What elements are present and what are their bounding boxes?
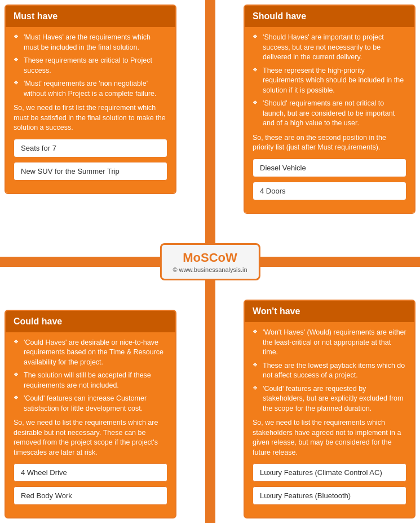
moscow-title: MoSCoW xyxy=(173,250,247,265)
wont-have-summary: So, we need to list the requirements whi… xyxy=(253,418,406,458)
should-have-bullet-2: These represent the high-priority requir… xyxy=(253,66,406,96)
could-have-bullets: 'Could Haves' are desirable or nice-to-h… xyxy=(14,338,167,414)
should-have-bullet-3: 'Should' requirements are not critical t… xyxy=(253,99,406,129)
must-have-item-1: Seats for 7 xyxy=(14,139,167,157)
should-have-item-1: Diesel Vehicle xyxy=(253,159,406,177)
should-have-bullet-1: 'Should Haves' are important to project … xyxy=(253,33,406,63)
should-have-header: Should have xyxy=(245,6,414,27)
must-have-item-2: New SUV for the Summer Trip xyxy=(14,162,167,181)
could-have-panel: Could have 'Could Haves' are desirable o… xyxy=(5,310,176,519)
should-have-body: 'Should Haves' are important to project … xyxy=(245,27,414,213)
must-have-panel: Must have 'Must Haves' are the requireme… xyxy=(5,5,176,194)
must-have-summary: So, we need to first list the requiremen… xyxy=(14,103,167,133)
wont-have-bullets: 'Won't Haves' (Would) requirements are e… xyxy=(253,328,406,414)
could-have-summary: So, we need to list the requirements whi… xyxy=(14,418,167,458)
wont-have-bullet-2: These are the lowest payback items which… xyxy=(253,361,406,381)
could-have-body: 'Could Haves' are desirable or nice-to-h… xyxy=(6,332,175,518)
moscow-diagram: MoSCoW © www.businessanalysis.in Must ha… xyxy=(0,0,420,523)
should-have-summary: So, these are on the second position in … xyxy=(253,133,406,153)
should-have-bullets: 'Should Haves' are important to project … xyxy=(253,33,406,129)
wont-have-header: Won't have xyxy=(245,301,414,322)
must-have-bullet-2: These requirements are critical to Proje… xyxy=(14,56,167,76)
should-have-panel: Should have 'Should Haves' are important… xyxy=(244,5,415,214)
must-have-bullet-3: 'Must' requirements are 'non negotiable'… xyxy=(14,79,167,99)
could-have-item-1: 4 Wheel Drive xyxy=(14,463,167,482)
moscow-center-label: MoSCoW © www.businessanalysis.in xyxy=(160,243,260,280)
could-have-bullet-2: The solution will still be accepted if t… xyxy=(14,371,167,390)
must-have-header: Must have xyxy=(6,6,175,27)
must-have-body: 'Must Haves' are the requirements which … xyxy=(6,27,175,193)
must-have-bullet-1: 'Must Haves' are the requirements which … xyxy=(14,33,167,52)
must-have-bullets: 'Must Haves' are the requirements which … xyxy=(14,33,167,99)
wont-have-bullet-3: 'Could' features are requested by stakeh… xyxy=(253,384,406,414)
wont-have-item-1: Luxury Features (Climate Control AC) xyxy=(253,463,406,482)
could-have-bullet-3: 'Could' features can increase Customer s… xyxy=(14,394,167,414)
wont-have-bullet-1: 'Won't Haves' (Would) requirements are e… xyxy=(253,328,406,358)
could-have-bullet-1: 'Could Haves' are desirable or nice-to-h… xyxy=(14,338,167,368)
moscow-subtitle: © www.businessanalysis.in xyxy=(173,266,247,273)
could-have-header: Could have xyxy=(6,311,175,332)
wont-have-item-2: Luxury Features (Bluetooth) xyxy=(253,486,406,505)
wont-have-body: 'Won't Haves' (Would) requirements are e… xyxy=(245,322,414,517)
wont-have-panel: Won't have 'Won't Haves' (Would) require… xyxy=(244,300,415,518)
could-have-item-2: Red Body Work xyxy=(14,486,167,505)
should-have-item-2: 4 Doors xyxy=(253,182,406,200)
